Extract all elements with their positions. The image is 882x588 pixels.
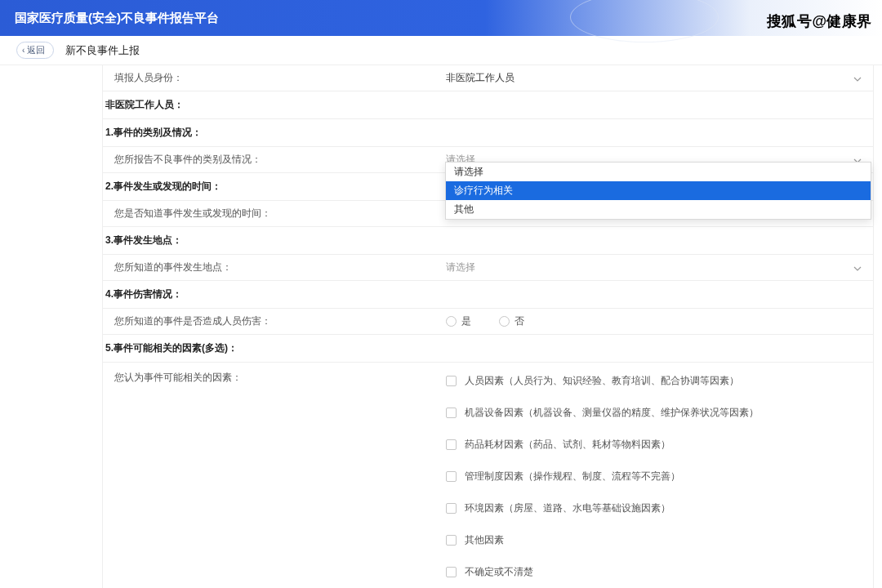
radio-group-q4: 是 否 (446, 314, 524, 328)
dropdown-opt-1[interactable]: 诊疗行为相关 (446, 181, 871, 200)
radio-icon (446, 316, 457, 327)
back-button[interactable]: ‹ 返回 (16, 42, 54, 59)
dropdown-opt-0[interactable]: 请选择 (446, 163, 871, 181)
watermark: 搜狐号@健康界 (767, 11, 872, 31)
select-identity[interactable]: 非医院工作人员 (446, 71, 862, 85)
radio-q4-no[interactable]: 否 (499, 314, 524, 328)
banner-title: 国家医疗质量(安全)不良事件报告平台 (15, 11, 219, 26)
row-q4: 您所知道的事件是否造成人员伤害： 是 否 (103, 309, 873, 335)
section-5: 5.事件可能相关的因素(多选)： (103, 335, 873, 363)
check-q5-2[interactable]: 药品耗材因素（药品、试剂、耗材等物料因素） (446, 438, 759, 452)
toolbar: ‹ 返回 新不良事件上报 (0, 36, 882, 65)
check-q5-3[interactable]: 管理制度因素（操作规程、制度、流程等不完善） (446, 470, 759, 483)
form: 填报人员身份： 非医院工作人员 非医院工作人员： 1.事件的类别及情况： 您所报… (102, 65, 874, 588)
section-4: 4.事件伤害情况： (103, 281, 873, 309)
label-q5: 您认为事件可能相关的因素： (103, 363, 446, 390)
checkbox-icon (446, 503, 457, 514)
label-q4: 您所知道的事件是否造成人员伤害： (103, 309, 446, 334)
checkbox-icon (446, 471, 457, 482)
chevron-down-icon (853, 74, 862, 82)
label-q3: 您所知道的事件发生地点： (103, 255, 446, 280)
check-q5-6[interactable]: 不确定或不清楚 (446, 565, 759, 579)
row-q3: 您所知道的事件发生地点： 请选择 (103, 255, 873, 281)
check-q5-4[interactable]: 环境因素（房屋、道路、水电等基础设施因素） (446, 501, 759, 515)
radio-icon (499, 316, 510, 327)
check-q5-1[interactable]: 机器设备因素（机器设备、测量仪器的精度、维护保养状况等因素） (446, 406, 759, 420)
check-q5-5[interactable]: 其他因素 (446, 533, 759, 547)
check-q5-0[interactable]: 人员因素（人员行为、知识经验、教育培训、配合协调等因素） (446, 374, 759, 388)
page-title: 新不良事件上报 (65, 43, 140, 58)
check-group-q5: 人员因素（人员行为、知识经验、教育培训、配合协调等因素） 机器设备因素（机器设备… (446, 371, 759, 582)
label-q1: 您所报告不良事件的类别及情况： (103, 147, 446, 172)
label-identity: 填报人员身份： (103, 65, 446, 91)
checkbox-icon (446, 408, 457, 418)
checkbox-icon (446, 376, 457, 386)
checkbox-icon (446, 439, 457, 450)
back-label: 返回 (27, 44, 45, 56)
dropdown-opt-2[interactable]: 其他 (446, 200, 871, 219)
dropdown-q1: 请选择 诊疗行为相关 其他 (445, 162, 871, 220)
select-q3-placeholder: 请选择 (446, 261, 475, 274)
section-non-hospital: 非医院工作人员： (103, 91, 873, 119)
checkbox-icon (446, 567, 457, 577)
select-identity-value: 非医院工作人员 (446, 71, 514, 85)
label-q2: 您是否知道事件发生或发现的时间： (103, 201, 446, 226)
chevron-left-icon: ‹ (22, 46, 24, 55)
radio-q4-yes[interactable]: 是 (446, 314, 471, 328)
section-3: 3.事件发生地点： (103, 227, 873, 255)
section-1: 1.事件的类别及情况： (103, 119, 873, 147)
app-banner: 国家医疗质量(安全)不良事件报告平台 (0, 0, 882, 36)
row-q5: 您认为事件可能相关的因素： 人员因素（人员行为、知识经验、教育培训、配合协调等因… (103, 363, 873, 588)
chevron-down-icon (853, 264, 862, 272)
row-identity: 填报人员身份： 非医院工作人员 (103, 65, 873, 91)
checkbox-icon (446, 535, 457, 546)
select-q3[interactable]: 请选择 (446, 261, 862, 274)
